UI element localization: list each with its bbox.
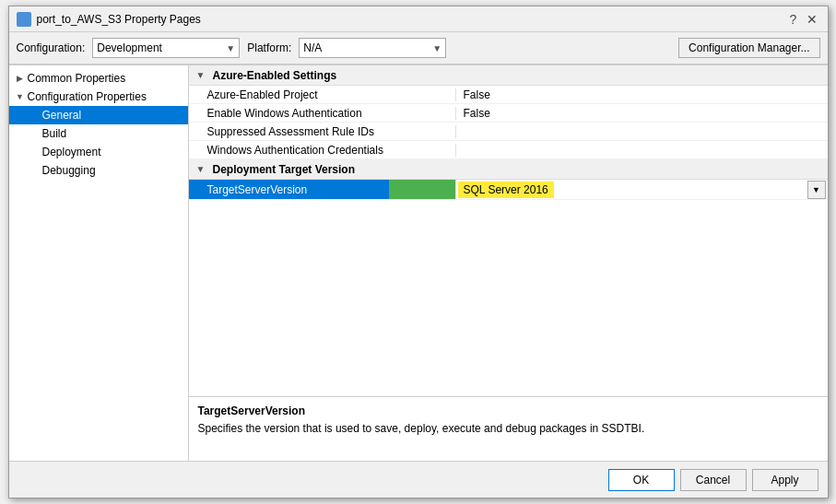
configuration-manager-button[interactable]: Configuration Manager... [678,38,819,58]
title-bar-buttons: ? ✕ [785,11,820,28]
sidebar-item-configuration-properties[interactable]: ▼ Configuration Properties [9,88,188,106]
property-row-windows-auth-credentials[interactable]: Windows Authentication Credentials [189,141,828,159]
property-row-azure-enabled-project[interactable]: Azure-Enabled Project False [189,86,828,104]
azure-settings-title: Azure-Enabled Settings [213,69,337,82]
apply-button[interactable]: Apply [752,469,818,491]
platform-label: Platform: [247,41,291,54]
target-version-dropdown[interactable]: ▼ [807,181,826,199]
sidebar-item-debugging[interactable]: Debugging [9,161,188,180]
property-value: False [456,88,828,101]
target-version-value-cell: SQL Server 2016 ▼ [456,180,828,199]
platform-arrow: ▼ [432,43,442,53]
property-name: Azure-Enabled Project [189,88,456,101]
section-expander-icon: ▼ [196,70,209,80]
expand-icon: ▼ [13,89,28,104]
expand-icon: ▶ [13,71,28,86]
configuration-select[interactable]: Development ▼ [92,38,240,58]
azure-settings-section-header[interactable]: ▼ Azure-Enabled Settings [189,65,828,86]
title-bar-left: port_to_AWS_S3 Property Pages [17,12,201,27]
config-bar: Configuration: Development ▼ Platform: N… [9,32,828,64]
sidebar-item-general[interactable]: General [9,106,188,124]
right-panel: ▼ Azure-Enabled Settings Azure-Enabled P… [189,65,828,461]
properties-area: ▼ Azure-Enabled Settings Azure-Enabled P… [189,65,828,396]
left-panel: ▶ Common Properties ▼ Configuration Prop… [9,65,189,461]
sidebar-item-label: Common Properties [28,72,184,85]
deployment-target-title: Deployment Target Version [213,163,355,176]
sidebar-item-label: Configuration Properties [28,90,184,103]
sidebar-item-label: Deployment [42,146,184,158]
help-button[interactable]: ? [785,11,802,28]
footer: OK Cancel Apply [9,461,828,498]
property-name: Suppressed Assessment Rule IDs [189,125,456,138]
info-description: Specifies the version that is used to sa… [198,421,818,437]
sidebar-item-deployment[interactable]: Deployment [9,143,188,161]
configuration-label: Configuration: [17,41,86,54]
dialog-icon [17,12,31,27]
sidebar-item-build[interactable]: Build [9,124,188,143]
cancel-button[interactable]: Cancel [680,469,747,491]
info-panel: TargetServerVersion Specifies the versio… [189,396,828,461]
target-server-version-label: TargetServerVersion [207,183,308,196]
expand-icon [28,145,42,159]
property-row-suppressed-assessment[interactable]: Suppressed Assessment Rule IDs [189,123,828,141]
sidebar-item-label: Debugging [42,164,184,177]
target-server-version-value: SQL Server 2016 [458,182,554,198]
sidebar-item-label: General [42,109,184,122]
close-button[interactable]: ✕ [804,11,820,28]
expand-icon [28,163,42,178]
target-server-version-row[interactable]: TargetServerVersion SQL Server 2016 ▼ [189,180,828,200]
title-bar: port_to_AWS_S3 Property Pages ? ✕ [9,6,828,32]
sidebar-item-common-properties[interactable]: ▶ Common Properties [9,69,188,88]
platform-value: N/A [303,41,322,54]
expand-icon [28,126,42,141]
sidebar-item-label: Build [42,127,184,140]
platform-select[interactable]: N/A ▼ [299,38,446,58]
configuration-value: Development [97,41,162,54]
property-row-enable-windows-auth[interactable]: Enable Windows Authentication False [189,104,828,123]
ok-button[interactable]: OK [608,469,675,491]
section-expander-icon: ▼ [196,164,209,174]
property-pages-dialog: port_to_AWS_S3 Property Pages ? ✕ Config… [8,6,829,498]
expand-icon [28,108,42,123]
deployment-target-section-header[interactable]: ▼ Deployment Target Version [189,159,828,180]
configuration-arrow: ▼ [226,43,235,53]
dialog-title: port_to_AWS_S3 Property Pages [37,13,201,26]
property-value: False [456,107,828,120]
property-name: Windows Authentication Credentials [189,144,456,157]
target-server-version-name: TargetServerVersion [189,180,456,199]
main-content: ▶ Common Properties ▼ Configuration Prop… [9,64,828,461]
info-title: TargetServerVersion [198,404,818,417]
property-name: Enable Windows Authentication [189,107,456,120]
